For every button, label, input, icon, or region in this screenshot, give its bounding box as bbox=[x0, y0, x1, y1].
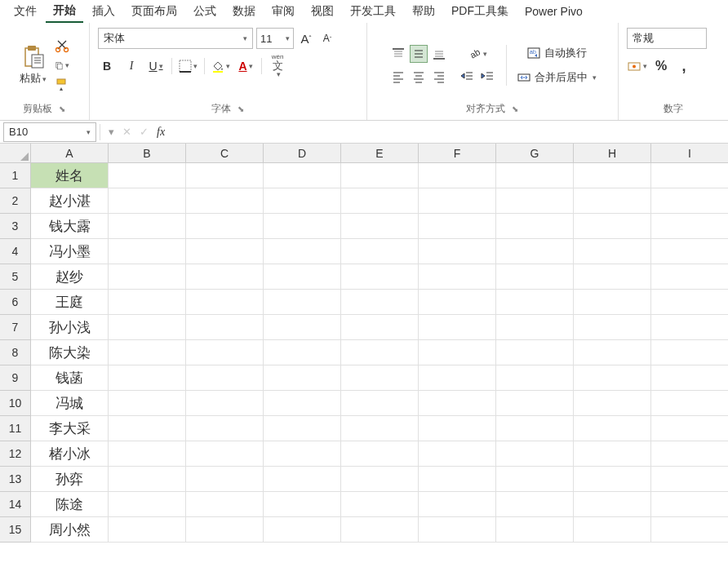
cell-E8[interactable] bbox=[341, 340, 419, 365]
fx-dropdown-icon[interactable]: ▾ bbox=[109, 126, 114, 138]
align-left-icon[interactable] bbox=[389, 68, 407, 86]
cell-G3[interactable] bbox=[496, 214, 574, 239]
font-name-select[interactable]: 宋体▾ bbox=[98, 28, 253, 49]
align-top-icon[interactable] bbox=[389, 45, 407, 63]
cell-D7[interactable] bbox=[264, 315, 341, 340]
cell-I5[interactable] bbox=[651, 264, 728, 290]
cell-H11[interactable] bbox=[574, 416, 651, 441]
cell-A6[interactable]: 王庭 bbox=[31, 290, 109, 315]
clipboard-launcher-icon[interactable]: ⬊ bbox=[57, 104, 67, 114]
cell-B1[interactable] bbox=[109, 163, 186, 188]
cell-C10[interactable] bbox=[186, 391, 264, 416]
cell-A4[interactable]: 冯小墨 bbox=[31, 239, 109, 264]
cell-E13[interactable] bbox=[341, 467, 419, 492]
fx-icon[interactable]: fx bbox=[157, 126, 165, 139]
cell-C12[interactable] bbox=[186, 441, 264, 467]
cell-H6[interactable] bbox=[574, 290, 651, 315]
cell-B4[interactable] bbox=[109, 239, 186, 264]
cell-A8[interactable]: 陈大染 bbox=[31, 340, 109, 365]
cell-B11[interactable] bbox=[109, 416, 186, 441]
cell-B3[interactable] bbox=[109, 214, 186, 239]
cell-B5[interactable] bbox=[109, 264, 186, 290]
cell-E3[interactable] bbox=[341, 214, 419, 239]
cell-F2[interactable] bbox=[419, 188, 496, 214]
cell-F15[interactable] bbox=[419, 517, 496, 543]
cell-G13[interactable] bbox=[496, 467, 574, 492]
cell-C1[interactable] bbox=[186, 163, 264, 188]
cell-H2[interactable] bbox=[574, 188, 651, 214]
cell-H13[interactable] bbox=[574, 467, 651, 492]
cell-H12[interactable] bbox=[574, 441, 651, 467]
menu-页面布局[interactable]: 页面布局 bbox=[124, 1, 184, 22]
paste-icon[interactable] bbox=[22, 45, 45, 69]
cell-I11[interactable] bbox=[651, 416, 728, 441]
cell-F12[interactable] bbox=[419, 441, 496, 467]
cell-G2[interactable] bbox=[496, 188, 574, 214]
cell-D11[interactable] bbox=[264, 416, 341, 441]
comma-button[interactable]: , bbox=[675, 57, 693, 75]
cell-I12[interactable] bbox=[651, 441, 728, 467]
cell-I13[interactable] bbox=[651, 467, 728, 492]
cell-D14[interactable] bbox=[264, 492, 341, 517]
cell-F7[interactable] bbox=[419, 315, 496, 340]
cell-C13[interactable] bbox=[186, 467, 264, 492]
cell-A5[interactable]: 赵纱 bbox=[31, 264, 109, 290]
menu-开发工具[interactable]: 开发工具 bbox=[343, 1, 403, 22]
row-header-8[interactable]: 8 bbox=[0, 340, 31, 365]
cell-H1[interactable] bbox=[574, 163, 651, 188]
cell-E5[interactable] bbox=[341, 264, 419, 290]
cell-D15[interactable] bbox=[264, 517, 341, 543]
font-launcher-icon[interactable]: ⬊ bbox=[236, 104, 246, 114]
col-header-B[interactable]: B bbox=[109, 144, 186, 163]
formula-bar[interactable] bbox=[170, 123, 728, 141]
cell-F14[interactable] bbox=[419, 492, 496, 517]
cell-F4[interactable] bbox=[419, 239, 496, 264]
cell-B10[interactable] bbox=[109, 391, 186, 416]
col-header-E[interactable]: E bbox=[341, 144, 419, 163]
cell-F6[interactable] bbox=[419, 290, 496, 315]
cell-I1[interactable] bbox=[651, 163, 728, 188]
cell-C15[interactable] bbox=[186, 517, 264, 543]
cell-E10[interactable] bbox=[341, 391, 419, 416]
cell-G14[interactable] bbox=[496, 492, 574, 517]
cell-G5[interactable] bbox=[496, 264, 574, 290]
cell-I6[interactable] bbox=[651, 290, 728, 315]
menu-审阅[interactable]: 审阅 bbox=[264, 1, 302, 22]
decrease-font-icon[interactable]: Aˇ bbox=[318, 29, 336, 47]
row-header-6[interactable]: 6 bbox=[0, 290, 31, 315]
cell-E15[interactable] bbox=[341, 517, 419, 543]
cell-B15[interactable] bbox=[109, 517, 186, 543]
col-header-H[interactable]: H bbox=[574, 144, 651, 163]
cell-B14[interactable] bbox=[109, 492, 186, 517]
row-header-1[interactable]: 1 bbox=[0, 163, 31, 188]
cell-I3[interactable] bbox=[651, 214, 728, 239]
cell-C4[interactable] bbox=[186, 239, 264, 264]
cell-E4[interactable] bbox=[341, 239, 419, 264]
cell-D10[interactable] bbox=[264, 391, 341, 416]
menu-数据[interactable]: 数据 bbox=[225, 1, 263, 22]
cell-H7[interactable] bbox=[574, 315, 651, 340]
cell-H9[interactable] bbox=[574, 365, 651, 391]
align-center-icon[interactable] bbox=[410, 68, 428, 86]
merge-center-button[interactable]: 合并后居中▾ bbox=[517, 69, 597, 86]
cell-F13[interactable] bbox=[419, 467, 496, 492]
menu-公式[interactable]: 公式 bbox=[186, 1, 224, 22]
cell-B6[interactable] bbox=[109, 290, 186, 315]
cell-A2[interactable]: 赵小湛 bbox=[31, 188, 109, 214]
cell-C6[interactable] bbox=[186, 290, 264, 315]
cell-E14[interactable] bbox=[341, 492, 419, 517]
menu-文件[interactable]: 文件 bbox=[7, 1, 44, 22]
cell-I4[interactable] bbox=[651, 239, 728, 264]
cell-A10[interactable]: 冯城 bbox=[31, 391, 109, 416]
cell-H5[interactable] bbox=[574, 264, 651, 290]
col-header-D[interactable]: D bbox=[264, 144, 341, 163]
cell-I9[interactable] bbox=[651, 365, 728, 391]
cell-A14[interactable]: 陈途 bbox=[31, 492, 109, 517]
paste-button[interactable]: 粘贴▾ bbox=[20, 71, 47, 86]
col-header-I[interactable]: I bbox=[651, 144, 728, 163]
cell-G7[interactable] bbox=[496, 315, 574, 340]
currency-button[interactable]: ▾ bbox=[627, 57, 647, 75]
col-header-A[interactable]: A bbox=[31, 144, 109, 163]
fill-color-button[interactable]: ▾ bbox=[211, 57, 230, 75]
row-header-12[interactable]: 12 bbox=[0, 441, 31, 467]
